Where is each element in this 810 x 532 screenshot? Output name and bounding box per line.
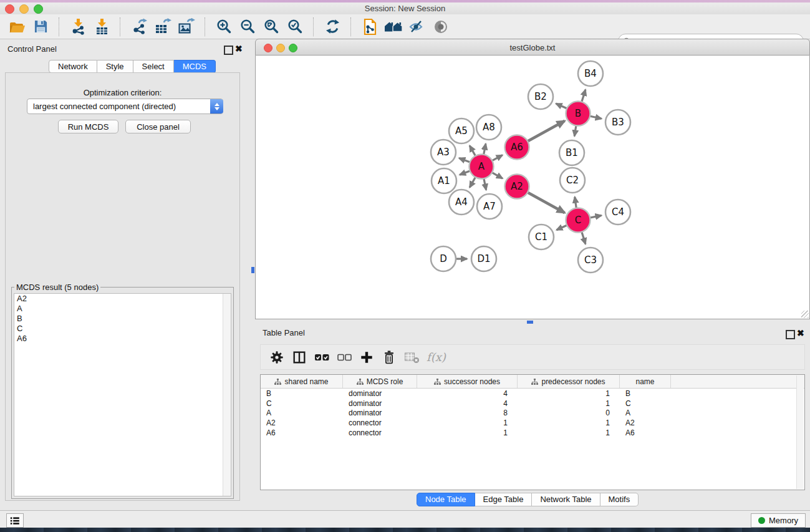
graph-node-B2[interactable]: B2 [528, 84, 553, 109]
result-item[interactable]: A2 [14, 294, 231, 304]
table-cell[interactable]: A2 [620, 418, 671, 427]
table-cell[interactable]: dominator [343, 409, 417, 417]
run-mcds-button[interactable]: Run MCDS [58, 120, 118, 133]
graph-node-A5[interactable]: A5 [449, 118, 474, 143]
select-all-rows-icon[interactable] [311, 348, 333, 367]
network-clipboard-icon[interactable] [358, 17, 382, 36]
close-table-panel-icon[interactable]: ✖ [797, 328, 804, 338]
tab-network-table[interactable]: Network Table [532, 493, 600, 506]
graph-node-A6[interactable]: A6 [505, 135, 529, 160]
show-graphics-eye-icon[interactable] [429, 17, 453, 36]
graph-node-D1[interactable]: D1 [471, 246, 496, 271]
table-row[interactable]: Bdominator41B [261, 389, 804, 399]
table-cell[interactable]: C [261, 399, 343, 408]
table-cell[interactable]: 1 [518, 428, 620, 437]
deselect-all-rows-icon[interactable] [333, 348, 355, 367]
table-cell[interactable]: dominator [343, 399, 417, 408]
table-row[interactable]: Cdominator41C [261, 399, 804, 409]
graph-edge-A6-B[interactable] [526, 121, 564, 142]
column-header[interactable]: successor nodes [417, 375, 518, 388]
column-browser-icon[interactable] [288, 348, 311, 367]
export-table-icon[interactable] [151, 17, 175, 36]
tab-style[interactable]: Style [97, 60, 133, 73]
mcds-result-list[interactable]: A2ABCA6 [14, 293, 231, 496]
graph-node-B3[interactable]: B3 [605, 110, 630, 135]
resize-grip-icon[interactable] [801, 311, 809, 318]
table-cell[interactable]: 1 [417, 428, 518, 437]
table-cell[interactable]: 0 [518, 409, 620, 417]
zoom-fit-icon[interactable] [259, 17, 283, 36]
result-item[interactable]: C [14, 324, 231, 334]
home-reset-icon[interactable] [382, 17, 405, 36]
zoom-out-icon[interactable] [236, 17, 259, 36]
graph-node-C3[interactable]: C3 [578, 248, 603, 273]
graph-node-A2[interactable]: A2 [505, 175, 529, 199]
float-panel-icon[interactable] [224, 46, 233, 55]
table-cell[interactable]: A6 [620, 428, 671, 437]
graph-node-C2[interactable]: C2 [560, 168, 585, 193]
table-row[interactable]: A2connector11A2 [261, 418, 804, 428]
table-cell[interactable]: C [620, 399, 671, 408]
graph-node-A8[interactable]: A8 [476, 115, 501, 140]
graph-edge-B-B4[interactable] [581, 90, 586, 104]
float-table-panel-icon[interactable] [786, 330, 795, 339]
tab-edge-table[interactable]: Edge Table [475, 493, 533, 506]
tab-node-table[interactable]: Node Table [417, 493, 475, 506]
graph-node-A3[interactable]: A3 [431, 140, 456, 165]
tab-select[interactable]: Select [133, 60, 174, 73]
table-options-gear-icon[interactable] [266, 348, 288, 367]
table-cell[interactable]: 1 [518, 389, 620, 398]
export-network-icon[interactable] [127, 17, 151, 36]
result-item[interactable]: B [14, 314, 231, 324]
refresh-layout-icon[interactable] [321, 17, 344, 36]
graph-node-A[interactable]: A [470, 155, 494, 179]
graph-node-C[interactable]: C [566, 208, 591, 233]
graph-edge-C-C3[interactable] [581, 231, 586, 244]
column-header[interactable]: name [620, 375, 671, 388]
add-column-plus-icon[interactable] [355, 348, 378, 367]
tab-mcds[interactable]: MCDS [174, 60, 216, 73]
table-cell[interactable]: A6 [261, 428, 343, 437]
graph-node-C4[interactable]: C4 [605, 200, 630, 225]
graph-node-A7[interactable]: A7 [477, 194, 502, 219]
graph-node-B[interactable]: B [566, 102, 591, 126]
graph-node-C1[interactable]: C1 [529, 225, 554, 249]
network-canvas[interactable]: AA1A2A3A4A5A6A7A8BB1B2B3B4CC1C2C3C4DD1 [255, 56, 810, 319]
table-cell[interactable]: connector [343, 428, 417, 437]
tab-motifs[interactable]: Motifs [600, 493, 639, 506]
delete-table-icon[interactable] [400, 348, 423, 367]
graph-node-D[interactable]: D [431, 246, 456, 271]
graph-node-B1[interactable]: B1 [559, 140, 584, 165]
table-cell[interactable]: dominator [343, 389, 417, 398]
column-header[interactable]: predecessor nodes [518, 375, 620, 388]
table-cell[interactable]: connector [343, 418, 417, 427]
table-cell[interactable]: 4 [417, 389, 518, 398]
table-scrollbar[interactable] [796, 375, 804, 489]
table-cell[interactable]: A [261, 409, 343, 417]
table-cell[interactable]: 4 [417, 399, 518, 408]
close-panel-button[interactable]: Close panel [125, 120, 191, 133]
memory-button[interactable]: Memory [751, 513, 806, 528]
import-network-icon[interactable] [66, 17, 90, 36]
zoom-selected-icon[interactable] [283, 17, 307, 36]
graph-edge-A2-C[interactable] [526, 191, 564, 213]
table-cell[interactable]: 1 [518, 399, 620, 408]
table-cell[interactable]: A [620, 409, 671, 417]
table-cell[interactable]: 8 [417, 409, 518, 417]
table-cell[interactable]: B [620, 389, 671, 398]
table-cell[interactable]: B [261, 389, 343, 398]
open-file-icon[interactable] [5, 17, 29, 36]
graph-node-A4[interactable]: A4 [449, 190, 474, 215]
save-session-icon[interactable] [29, 17, 52, 36]
dropdown-stepper-icon[interactable] [210, 99, 223, 114]
export-image-icon[interactable] [175, 17, 198, 36]
task-history-button[interactable] [6, 513, 24, 528]
graph-edge-A-A2[interactable] [491, 172, 503, 178]
tab-network[interactable]: Network [49, 60, 97, 73]
table-cell[interactable]: 1 [518, 418, 620, 427]
graph-node-B4[interactable]: B4 [578, 61, 603, 86]
result-item[interactable]: A6 [14, 334, 231, 344]
close-panel-icon[interactable]: ✖ [235, 44, 243, 54]
graph-node-A1[interactable]: A1 [432, 168, 456, 193]
zoom-in-icon[interactable] [212, 17, 236, 36]
